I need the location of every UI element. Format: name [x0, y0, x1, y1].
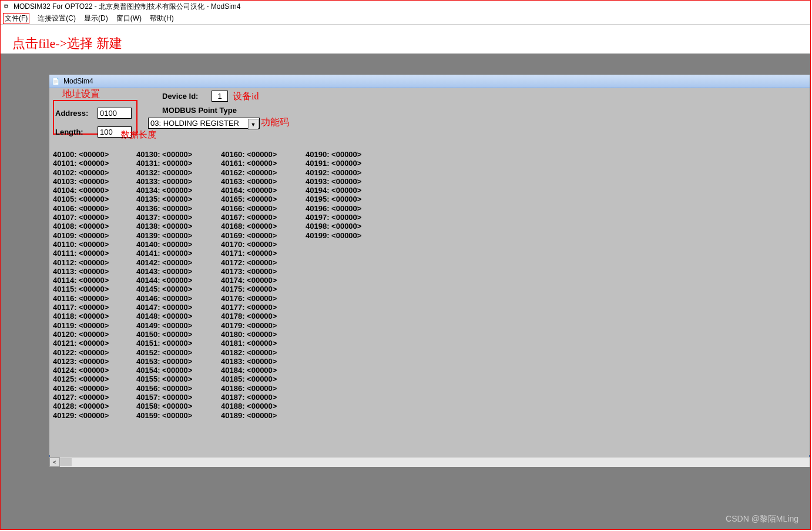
length-label: Length:: [55, 128, 83, 136]
menu-file[interactable]: 文件(F): [3, 13, 29, 24]
pointtype-value: 03: HOLDING REGISTER: [150, 119, 239, 128]
register-column-2: 40160: <00000> 40161: <00000> 40162: <00…: [221, 150, 277, 420]
mdi-area: 📄 ModSim4 地址设置 Address: Length: 数据长度 Dev…: [1, 54, 810, 529]
address-label: Address:: [55, 109, 88, 118]
annotation-address: 地址设置: [62, 88, 100, 101]
menu-connect[interactable]: 连接设置(C): [38, 14, 76, 24]
register-data-area: 40100: <00000> 40101: <00000> 40102: <00…: [49, 142, 810, 455]
annotation-length: 数据长度: [121, 129, 156, 141]
dropdown-icon[interactable]: ▼: [248, 119, 259, 130]
register-column-0: 40100: <00000> 40101: <00000> 40102: <00…: [53, 150, 109, 420]
horizontal-scrollbar[interactable]: <: [49, 457, 810, 467]
address-input[interactable]: [98, 108, 132, 119]
annotation-fc: 功能码: [261, 116, 289, 129]
register-column-1: 40130: <00000> 40131: <00000> 40132: <00…: [136, 150, 192, 420]
register-column-3: 40190: <00000> 40191: <00000> 40192: <00…: [306, 150, 361, 240]
deviceid-input[interactable]: [212, 91, 228, 102]
menu-help[interactable]: 帮助(H): [150, 14, 174, 24]
pointtype-label: MODBUS Point Type: [162, 106, 237, 115]
menubar: 文件(F) 连接设置(C) 显示(D) 窗口(W) 帮助(H): [1, 12, 810, 25]
child-title: ModSim4: [63, 77, 93, 85]
child-titlebar[interactable]: 📄 ModSim4: [49, 75, 810, 88]
annotation-deviceid: 设备id: [233, 91, 259, 103]
child-window: 📄 ModSim4 地址设置 Address: Length: 数据长度 Dev…: [49, 74, 810, 467]
annotation-hint: 点击file->选择 新建: [12, 35, 122, 52]
deviceid-label: Device Id:: [162, 92, 198, 101]
document-icon: 📄: [52, 78, 60, 85]
menu-window[interactable]: 窗口(W): [116, 14, 142, 24]
menu-display[interactable]: 显示(D): [84, 14, 108, 24]
outer-titlebar: ⧉ MODSIM32 For OPTO22 - 北京奥普图控制技术有限公司汉化 …: [1, 1, 810, 12]
app-icon: ⧉: [2, 2, 10, 11]
watermark: CSDN @黎陌MLing: [726, 514, 798, 525]
window-title: MODSIM32 For OPTO22 - 北京奥普图控制技术有限公司汉化 - …: [14, 2, 241, 12]
pointtype-select[interactable]: 03: HOLDING REGISTER ▼: [148, 118, 260, 129]
scroll-left-icon[interactable]: <: [49, 457, 60, 467]
scroll-thumb[interactable]: [60, 458, 72, 466]
